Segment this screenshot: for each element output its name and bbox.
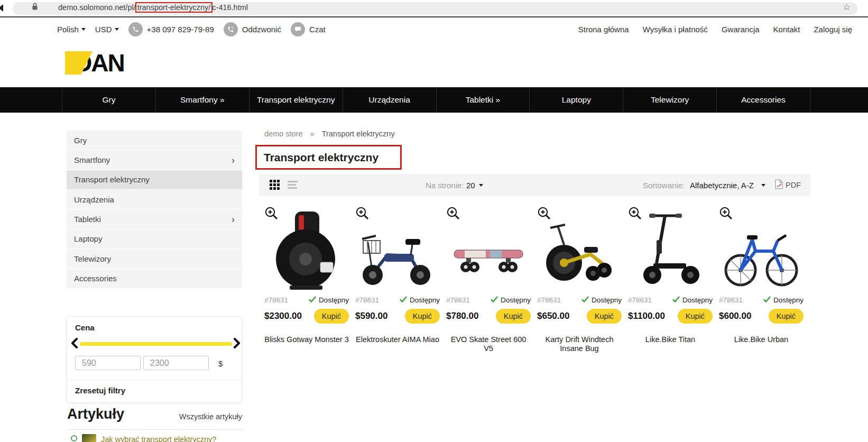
url-suffix: c-416.html xyxy=(212,3,248,12)
availability-label: Dostępny xyxy=(501,296,531,304)
sidebar-item-tabletki[interactable]: Tabletki› xyxy=(67,210,242,229)
product-name[interactable]: Elektroskuter AIMA Miao xyxy=(355,335,440,344)
sidebar-item-accessories[interactable]: Accessories xyxy=(67,269,242,288)
buy-button[interactable]: Kupić xyxy=(678,309,713,324)
sidebar-item-gry[interactable]: Gry xyxy=(67,131,242,150)
product-card: #78631Dostępny$600.00KupićLike.Bike Urba… xyxy=(719,205,804,353)
availability-label: Dostępny xyxy=(410,296,440,304)
availability-check-icon xyxy=(672,296,680,304)
phone-link[interactable]: +38 097 829-79-89 xyxy=(128,22,214,36)
zoom-in-icon[interactable] xyxy=(264,206,279,223)
nav-item-transport-elektryczny[interactable]: Transport elektryczny xyxy=(249,87,343,113)
product-price: $780.00 xyxy=(446,311,478,321)
sidebar-item-label: Gry xyxy=(74,136,87,145)
sidebar-item-urz-dzenia[interactable]: Urządzenia xyxy=(67,190,242,209)
sidebar-item-label: Smartfony xyxy=(74,155,110,164)
chat-link[interactable]: Czat xyxy=(291,22,326,36)
topbar-link-gwarancja[interactable]: Gwarancja xyxy=(722,25,760,34)
sidebar-item-transport-elektryczny[interactable]: Transport elektryczny xyxy=(67,170,242,189)
buy-button[interactable]: Kupić xyxy=(769,309,804,324)
breadcrumb-home[interactable]: demo store xyxy=(264,130,303,138)
zoom-in-icon[interactable] xyxy=(719,206,733,223)
callback-link[interactable]: Oddzwonić xyxy=(224,22,281,36)
callback-label: Oddzwonić xyxy=(242,25,281,34)
product-id: #78631 xyxy=(719,296,743,304)
back-arrow-icon[interactable] xyxy=(0,4,3,12)
sidebar-category-list: GrySmartfony›Transport elektrycznyUrządz… xyxy=(67,131,242,289)
reset-filters-button[interactable]: Zresetuj filtry xyxy=(75,386,125,395)
topbar-link-strona-g-wna[interactable]: Strona główna xyxy=(578,25,629,34)
price-min-input[interactable] xyxy=(75,356,141,370)
article-title-clipped: Jak wybrać transport elektryczny? xyxy=(101,435,216,442)
product-name[interactable]: Like.Bike Urban xyxy=(719,335,804,344)
currency-symbol: $ xyxy=(218,359,223,368)
zoom-in-icon[interactable] xyxy=(446,206,460,223)
buy-button[interactable]: Kupić xyxy=(314,309,349,324)
sort-label: Sortowanie: xyxy=(643,181,685,190)
availability-label: Dostępny xyxy=(682,296,713,304)
topbar-link-kontakt[interactable]: Kontakt xyxy=(773,25,800,34)
chevron-down-icon[interactable] xyxy=(761,184,765,187)
currency-selector[interactable]: USD xyxy=(95,25,119,34)
zoom-in-icon[interactable] xyxy=(355,206,370,223)
articles-heading: Artykuły xyxy=(67,406,124,422)
sidebar-item-label: Laptopy xyxy=(74,234,102,243)
nav-item-telewizory[interactable]: Telewizory xyxy=(623,87,716,113)
nav-item-smartfony[interactable]: Smartfony » xyxy=(155,87,249,113)
page: demo.solomono.net/pl/transport-elektrycz… xyxy=(0,0,868,442)
filter-divider xyxy=(67,380,243,380)
nav-item-tabletki[interactable]: Tabletki » xyxy=(436,87,530,113)
sidebar-item-smartfony[interactable]: Smartfony› xyxy=(67,150,242,169)
buy-button[interactable]: Kupić xyxy=(405,309,440,324)
chevron-down-icon[interactable] xyxy=(479,184,483,187)
product-id: #78631 xyxy=(446,296,470,304)
listing-toolbar: Na stronie: 20 Sortowanie: Alfabetycznie… xyxy=(259,174,810,196)
pdf-export-button[interactable]: PDF xyxy=(775,179,801,191)
bookmark-star-icon[interactable]: ☆ xyxy=(843,2,851,13)
article-thumbnail xyxy=(82,434,96,442)
sort-dropdown[interactable]: Alfabetycznie, A-Z xyxy=(690,181,754,190)
language-selector[interactable]: Polish xyxy=(57,25,86,34)
topbar-link-wysy-ka-i-p-atno[interactable]: Wysyłka i płatność xyxy=(643,25,708,34)
product-price: $650.00 xyxy=(537,311,569,321)
product-grid: #78631Dostępny$2300.00KupićBlisks Gotway… xyxy=(264,205,810,353)
product-name[interactable]: Blisks Gotway Monster 3 xyxy=(264,335,349,344)
topbar-link-zaloguj-si[interactable]: Zaloguj się xyxy=(814,25,852,34)
product-price: $2300.00 xyxy=(264,311,302,321)
store-logo[interactable]: DAN xyxy=(65,50,139,76)
article-list-item[interactable]: Jak wybrać transport elektryczny? xyxy=(71,434,242,442)
product-card: #78631Dostępny$780.00KupićEVO Skate Stre… xyxy=(446,205,531,353)
grid-view-icon[interactable] xyxy=(270,180,280,190)
buy-button[interactable]: Kupić xyxy=(587,309,622,324)
title-annotation-box: Transport elektryczny xyxy=(255,145,402,170)
sidebar-item-laptopy[interactable]: Laptopy xyxy=(67,229,242,248)
main-nav-items: GrySmartfony »Transport elektrycznyUrząd… xyxy=(62,87,810,113)
product-id: #78631 xyxy=(537,296,561,304)
nav-item-urz-dzenia[interactable]: Urządzenia xyxy=(343,87,436,113)
product-name[interactable]: Karty Drift Windtech Insane Bug xyxy=(537,335,622,353)
nav-item-gry[interactable]: Gry xyxy=(62,87,155,113)
nav-item-accessories[interactable]: Accessories xyxy=(716,87,810,113)
price-slider-track[interactable] xyxy=(80,342,232,346)
slider-handle-right[interactable] xyxy=(233,338,241,351)
availability-check-icon xyxy=(309,296,316,304)
articles-view-all-link[interactable]: Wszystkie artykuły xyxy=(174,412,242,421)
product-name[interactable]: EVO Skate Street 600 V5 xyxy=(446,335,531,353)
slider-handle-left[interactable] xyxy=(71,338,78,351)
nav-item-laptopy[interactable]: Laptopy xyxy=(529,87,623,113)
per-page-dropdown[interactable]: 20 xyxy=(466,181,475,190)
product-name[interactable]: Like.Bike Titan xyxy=(628,335,713,344)
buy-button[interactable]: Kupić xyxy=(496,309,531,324)
product-id: #78631 xyxy=(264,296,288,304)
zoom-in-icon[interactable] xyxy=(537,206,551,223)
price-max-input[interactable] xyxy=(143,356,209,370)
product-card: #78631Dostępny$1100.00KupićLike.Bike Tit… xyxy=(628,205,713,353)
topbar-links: Strona głównaWysyłka i płatnośćGwarancja… xyxy=(578,19,852,40)
list-view-icon[interactable] xyxy=(288,181,299,190)
availability-label: Dostępny xyxy=(592,296,622,304)
availability-check-icon xyxy=(763,296,771,304)
sidebar-item-telewizory[interactable]: Telewizory xyxy=(67,249,242,268)
url-text[interactable]: demo.solomono.net/pl/transport-elektrycz… xyxy=(58,2,248,13)
zoom-in-icon[interactable] xyxy=(628,206,642,223)
phone-icon xyxy=(128,22,143,36)
